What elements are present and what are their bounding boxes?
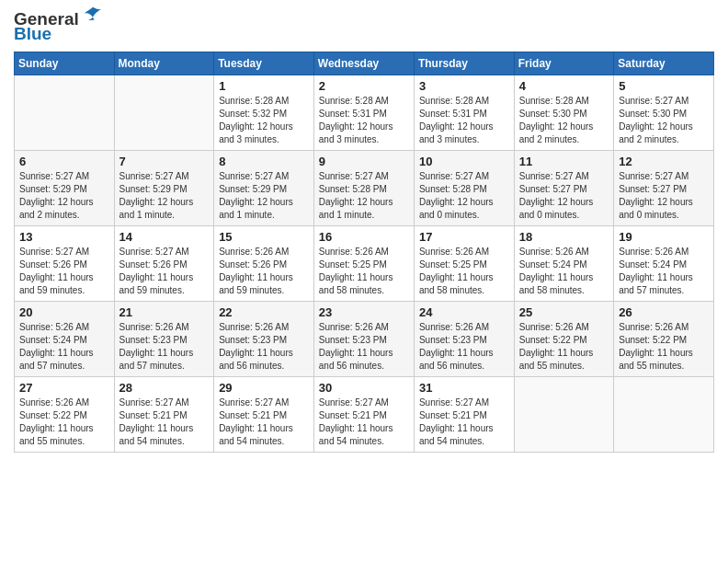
day-number: 29 — [219, 381, 309, 395]
day-number: 7 — [119, 155, 210, 168]
calendar-cell: 2Sunrise: 5:28 AM Sunset: 5:31 PM Daylig… — [313, 75, 414, 151]
day-number: 13 — [19, 230, 109, 244]
day-info: Sunrise: 5:26 AM Sunset: 5:22 PM Dayligh… — [19, 396, 109, 448]
calendar-cell: 3Sunrise: 5:28 AM Sunset: 5:31 PM Daylig… — [414, 75, 514, 151]
calendar-cell — [514, 377, 613, 453]
calendar-cell: 11Sunrise: 5:27 AM Sunset: 5:27 PM Dayli… — [514, 151, 613, 226]
calendar-cell: 31Sunrise: 5:27 AM Sunset: 5:21 PM Dayli… — [414, 377, 514, 453]
day-number: 5 — [619, 79, 709, 93]
day-number: 11 — [519, 155, 609, 168]
calendar-cell: 20Sunrise: 5:26 AM Sunset: 5:24 PM Dayli… — [15, 302, 115, 377]
day-number: 31 — [419, 381, 509, 395]
calendar-cell: 25Sunrise: 5:26 AM Sunset: 5:22 PM Dayli… — [514, 302, 613, 377]
day-info: Sunrise: 5:26 AM Sunset: 5:25 PM Dayligh… — [419, 246, 509, 297]
calendar-cell: 17Sunrise: 5:26 AM Sunset: 5:25 PM Dayli… — [414, 226, 514, 302]
calendar-cell: 9Sunrise: 5:27 AM Sunset: 5:28 PM Daylig… — [313, 151, 414, 226]
calendar-cell: 30Sunrise: 5:27 AM Sunset: 5:21 PM Dayli… — [313, 377, 414, 453]
day-number: 28 — [119, 381, 210, 395]
calendar-cell: 27Sunrise: 5:26 AM Sunset: 5:22 PM Dayli… — [15, 377, 115, 453]
calendar-cell: 7Sunrise: 5:27 AM Sunset: 5:29 PM Daylig… — [114, 151, 214, 226]
calendar-week-row: 13Sunrise: 5:27 AM Sunset: 5:26 PM Dayli… — [15, 226, 714, 302]
calendar-cell: 6Sunrise: 5:27 AM Sunset: 5:29 PM Daylig… — [15, 151, 115, 226]
day-info: Sunrise: 5:27 AM Sunset: 5:21 PM Dayligh… — [219, 396, 309, 448]
weekday-header-sunday: Sunday — [15, 52, 115, 75]
day-number: 14 — [119, 230, 210, 244]
day-info: Sunrise: 5:28 AM Sunset: 5:31 PM Dayligh… — [319, 95, 409, 146]
day-info: Sunrise: 5:28 AM Sunset: 5:32 PM Dayligh… — [219, 95, 309, 146]
day-number: 25 — [519, 305, 609, 319]
calendar-cell: 22Sunrise: 5:26 AM Sunset: 5:23 PM Dayli… — [214, 302, 314, 377]
day-info: Sunrise: 5:27 AM Sunset: 5:29 PM Dayligh… — [19, 170, 109, 222]
logo: General Blue — [14, 9, 105, 44]
calendar-week-row: 27Sunrise: 5:26 AM Sunset: 5:22 PM Dayli… — [15, 377, 714, 453]
day-number: 4 — [519, 79, 609, 93]
day-info: Sunrise: 5:27 AM Sunset: 5:26 PM Dayligh… — [19, 246, 109, 297]
day-info: Sunrise: 5:28 AM Sunset: 5:31 PM Dayligh… — [419, 95, 509, 146]
weekday-header-wednesday: Wednesday — [313, 52, 414, 75]
weekday-header-saturday: Saturday — [614, 52, 714, 75]
calendar-cell: 5Sunrise: 5:27 AM Sunset: 5:30 PM Daylig… — [614, 75, 714, 151]
day-info: Sunrise: 5:27 AM Sunset: 5:21 PM Dayligh… — [119, 396, 210, 448]
calendar-week-row: 20Sunrise: 5:26 AM Sunset: 5:24 PM Dayli… — [15, 302, 714, 377]
day-number: 8 — [219, 155, 309, 168]
calendar-cell: 16Sunrise: 5:26 AM Sunset: 5:25 PM Dayli… — [313, 226, 414, 302]
day-number: 21 — [119, 305, 210, 319]
calendar-cell: 21Sunrise: 5:26 AM Sunset: 5:23 PM Dayli… — [114, 302, 214, 377]
calendar-cell: 19Sunrise: 5:26 AM Sunset: 5:24 PM Dayli… — [614, 226, 714, 302]
day-number: 20 — [19, 305, 109, 319]
day-info: Sunrise: 5:27 AM Sunset: 5:29 PM Dayligh… — [119, 170, 210, 222]
calendar-cell: 4Sunrise: 5:28 AM Sunset: 5:30 PM Daylig… — [514, 75, 613, 151]
day-info: Sunrise: 5:27 AM Sunset: 5:21 PM Dayligh… — [319, 396, 409, 448]
logo-bird-icon — [81, 6, 105, 26]
day-number: 17 — [419, 230, 509, 244]
day-number: 24 — [419, 305, 509, 319]
calendar-cell — [614, 377, 714, 453]
calendar-cell: 23Sunrise: 5:26 AM Sunset: 5:23 PM Dayli… — [313, 302, 414, 377]
calendar-cell: 13Sunrise: 5:27 AM Sunset: 5:26 PM Dayli… — [15, 226, 115, 302]
calendar-cell: 14Sunrise: 5:27 AM Sunset: 5:26 PM Dayli… — [114, 226, 214, 302]
day-info: Sunrise: 5:26 AM Sunset: 5:22 PM Dayligh… — [619, 321, 709, 373]
day-info: Sunrise: 5:26 AM Sunset: 5:23 PM Dayligh… — [319, 321, 409, 373]
weekday-header-friday: Friday — [514, 52, 613, 75]
calendar-cell: 1Sunrise: 5:28 AM Sunset: 5:32 PM Daylig… — [214, 75, 314, 151]
day-info: Sunrise: 5:26 AM Sunset: 5:24 PM Dayligh… — [519, 246, 609, 297]
day-number: 23 — [319, 305, 409, 319]
calendar-cell: 18Sunrise: 5:26 AM Sunset: 5:24 PM Dayli… — [514, 226, 613, 302]
day-info: Sunrise: 5:26 AM Sunset: 5:23 PM Dayligh… — [219, 321, 309, 373]
calendar-cell: 8Sunrise: 5:27 AM Sunset: 5:29 PM Daylig… — [214, 151, 314, 226]
day-info: Sunrise: 5:26 AM Sunset: 5:22 PM Dayligh… — [519, 321, 609, 373]
calendar-week-row: 6Sunrise: 5:27 AM Sunset: 5:29 PM Daylig… — [15, 151, 714, 226]
day-info: Sunrise: 5:27 AM Sunset: 5:30 PM Dayligh… — [619, 95, 709, 146]
day-info: Sunrise: 5:27 AM Sunset: 5:28 PM Dayligh… — [319, 170, 409, 222]
day-number: 30 — [319, 381, 409, 395]
calendar-cell — [114, 75, 214, 151]
calendar-cell: 28Sunrise: 5:27 AM Sunset: 5:21 PM Dayli… — [114, 377, 214, 453]
day-number: 10 — [419, 155, 509, 168]
day-number: 2 — [319, 79, 409, 93]
day-info: Sunrise: 5:26 AM Sunset: 5:23 PM Dayligh… — [419, 321, 509, 373]
calendar-week-row: 1Sunrise: 5:28 AM Sunset: 5:32 PM Daylig… — [15, 75, 714, 151]
day-info: Sunrise: 5:27 AM Sunset: 5:21 PM Dayligh… — [419, 396, 509, 448]
day-info: Sunrise: 5:27 AM Sunset: 5:28 PM Dayligh… — [419, 170, 509, 222]
day-info: Sunrise: 5:26 AM Sunset: 5:26 PM Dayligh… — [219, 246, 309, 297]
day-info: Sunrise: 5:27 AM Sunset: 5:27 PM Dayligh… — [519, 170, 609, 222]
calendar-cell: 29Sunrise: 5:27 AM Sunset: 5:21 PM Dayli… — [214, 377, 314, 453]
day-number: 15 — [219, 230, 309, 244]
weekday-header-monday: Monday — [114, 52, 214, 75]
calendar-cell: 26Sunrise: 5:26 AM Sunset: 5:22 PM Dayli… — [614, 302, 714, 377]
calendar-body: 1Sunrise: 5:28 AM Sunset: 5:32 PM Daylig… — [15, 75, 714, 453]
day-info: Sunrise: 5:27 AM Sunset: 5:27 PM Dayligh… — [619, 170, 709, 222]
day-info: Sunrise: 5:28 AM Sunset: 5:30 PM Dayligh… — [519, 95, 609, 146]
day-number: 27 — [19, 381, 109, 395]
day-number: 6 — [19, 155, 109, 168]
weekday-header-tuesday: Tuesday — [214, 52, 314, 75]
calendar-header: SundayMondayTuesdayWednesdayThursdayFrid… — [15, 52, 714, 75]
day-number: 1 — [219, 79, 309, 93]
day-number: 9 — [319, 155, 409, 168]
day-info: Sunrise: 5:26 AM Sunset: 5:24 PM Dayligh… — [619, 246, 709, 297]
page-header: General Blue — [14, 9, 714, 44]
calendar-table: SundayMondayTuesdayWednesdayThursdayFrid… — [14, 52, 714, 453]
day-number: 26 — [619, 305, 709, 319]
day-info: Sunrise: 5:26 AM Sunset: 5:25 PM Dayligh… — [319, 246, 409, 297]
calendar-cell: 12Sunrise: 5:27 AM Sunset: 5:27 PM Dayli… — [614, 151, 714, 226]
